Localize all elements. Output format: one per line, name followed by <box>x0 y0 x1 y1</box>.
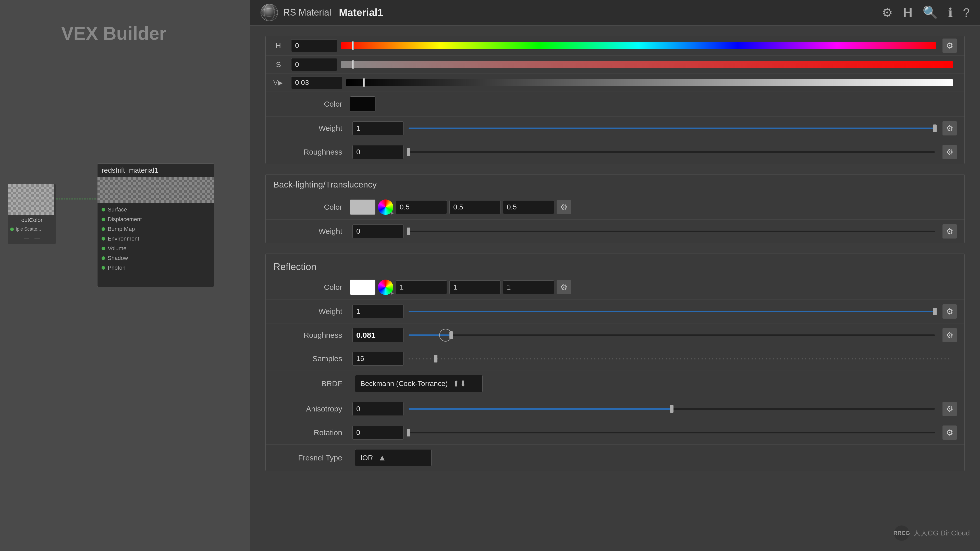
h-slider-thumb <box>352 41 354 50</box>
rotation-input[interactable] <box>352 426 404 440</box>
node-preview <box>8 184 54 215</box>
header-material-name: Material1 <box>339 7 383 18</box>
port-volume-label: Volume <box>108 245 126 252</box>
back-color-b[interactable] <box>503 200 554 214</box>
node-card-controls[interactable]: — — <box>8 233 56 244</box>
weight-input[interactable] <box>352 121 404 135</box>
refl-color-swatch[interactable] <box>350 279 375 295</box>
refl-roughness-slider[interactable] <box>409 333 935 338</box>
refl-samples-slider[interactable] <box>409 356 952 361</box>
refl-color-label: Color <box>273 283 350 292</box>
v-label: V▶ <box>273 79 289 87</box>
back-lighting-section: Back-lighting/Translucency Color ⚙ Weigh… <box>266 174 965 243</box>
fresnel-dropdown[interactable]: IOR ▲ <box>355 449 431 466</box>
h-input[interactable] <box>291 39 337 52</box>
brdf-dropdown[interactable]: Beckmann (Cook-Torrance) ⬆⬇ <box>355 375 483 392</box>
rotation-slider-track <box>409 432 935 433</box>
rs-node-preview <box>97 177 214 203</box>
s-slider-track[interactable] <box>341 61 953 68</box>
roughness-top-input[interactable] <box>352 145 404 159</box>
back-lighting-title: Back-lighting/Translucency <box>266 175 964 195</box>
port-photon-label: Photon <box>108 265 126 271</box>
back-color-swatch[interactable] <box>350 200 375 215</box>
h-icon[interactable]: H <box>903 5 913 20</box>
weight-slider[interactable] <box>409 126 935 131</box>
refl-roughness-gear-button[interactable]: ⚙ <box>942 328 957 342</box>
h-row: H ⚙ <box>266 36 964 56</box>
reflection-section: Reflection Color ⚙ Weight <box>266 254 965 471</box>
anisotropy-slider-thumb[interactable] <box>670 405 673 413</box>
anisotropy-gear-button[interactable]: ⚙ <box>942 402 957 416</box>
back-color-r[interactable] <box>396 200 447 214</box>
refl-color-g[interactable] <box>449 280 501 294</box>
info-icon[interactable]: ℹ <box>948 5 953 20</box>
brdf-label: BRDF <box>273 380 350 388</box>
node-minus-right[interactable]: — <box>35 235 40 242</box>
footer-minus1[interactable]: — <box>146 278 152 284</box>
brdf-value: Beckmann (Cook-Torrance) <box>360 380 448 388</box>
port-bump-map-label: Bump Map <box>108 226 135 232</box>
rs-material-node[interactable]: redshift_material1 Surface Displacement … <box>97 163 215 287</box>
rotation-gear-button[interactable]: ⚙ <box>942 426 957 440</box>
back-color-gear-button[interactable]: ⚙ <box>557 200 571 214</box>
weight-slider-thumb[interactable] <box>933 124 937 132</box>
refl-color-wheel[interactable] <box>378 279 393 295</box>
refl-weight-row: Weight ⚙ <box>266 300 964 324</box>
refl-weight-gear-button[interactable]: ⚙ <box>942 304 957 319</box>
refl-color-b[interactable] <box>503 280 554 294</box>
port-displacement-label: Displacement <box>108 216 142 223</box>
refl-weight-slider[interactable] <box>409 309 935 314</box>
port-surface: Surface <box>102 205 210 214</box>
anisotropy-label: Anisotropy <box>273 405 350 413</box>
v-input[interactable] <box>291 76 342 89</box>
weight-gear-button[interactable]: ⚙ <box>942 121 957 135</box>
footer-minus2[interactable]: — <box>159 278 165 284</box>
h-slider-track[interactable] <box>341 42 936 49</box>
v-slider-track[interactable] <box>346 79 953 86</box>
rs-logo <box>260 3 278 21</box>
rotation-slider-thumb[interactable] <box>407 429 410 437</box>
s-slider-thumb <box>352 60 354 69</box>
anisotropy-slider[interactable] <box>409 407 935 411</box>
out-color-node[interactable]: outColor iple Scatte... — — <box>8 184 56 245</box>
refl-roughness-slider-track <box>409 334 935 336</box>
main-panel: RS Material Material1 ⚙ H 🔍 ℹ ? H ⚙ S <box>250 0 980 551</box>
back-weight-slider-thumb[interactable] <box>407 227 410 235</box>
refl-weight-slider-track <box>409 311 935 312</box>
back-weight-input[interactable] <box>352 224 404 238</box>
refl-samples-input[interactable] <box>352 352 404 365</box>
refl-roughness-input[interactable] <box>352 328 404 342</box>
back-weight-gear-button[interactable]: ⚙ <box>942 224 957 238</box>
rotation-slider[interactable] <box>409 430 935 435</box>
refl-color-gear-button[interactable]: ⚙ <box>557 280 571 294</box>
anisotropy-input[interactable] <box>352 402 404 416</box>
color-swatch[interactable] <box>350 97 375 112</box>
back-color-wheel[interactable] <box>378 200 393 215</box>
back-weight-slider[interactable] <box>409 229 935 234</box>
roughness-top-slider-track <box>409 151 935 153</box>
weight-label: Weight <box>273 124 350 133</box>
roughness-top-slider-thumb[interactable] <box>407 148 410 156</box>
refl-samples-slider-thumb[interactable] <box>434 355 438 362</box>
s-label: S <box>273 60 289 69</box>
roughness-top-gear-button[interactable]: ⚙ <box>942 145 957 159</box>
rotation-row: Rotation ⚙ <box>266 421 964 445</box>
port-volume: Volume <box>102 244 210 253</box>
gear-icon[interactable]: ⚙ <box>882 5 893 20</box>
refl-weight-input[interactable] <box>352 305 404 318</box>
s-input[interactable] <box>291 58 337 71</box>
node-minus-left[interactable]: — <box>24 235 29 242</box>
refl-color-r[interactable] <box>396 280 447 294</box>
refl-weight-slider-fill <box>409 311 935 312</box>
port-photon: Photon <box>102 263 210 273</box>
fresnel-label: Fresnel Type <box>273 454 350 462</box>
roughness-top-slider[interactable] <box>409 149 935 155</box>
refl-color-row: Color ⚙ <box>266 275 964 300</box>
back-color-g[interactable] <box>449 200 501 214</box>
h-gear-button[interactable]: ⚙ <box>942 38 957 53</box>
rs-node-footer[interactable]: — — <box>97 275 214 287</box>
help-icon[interactable]: ? <box>963 6 970 20</box>
svg-point-3 <box>261 4 278 21</box>
refl-weight-slider-thumb[interactable] <box>933 308 937 315</box>
search-icon[interactable]: 🔍 <box>923 5 938 20</box>
